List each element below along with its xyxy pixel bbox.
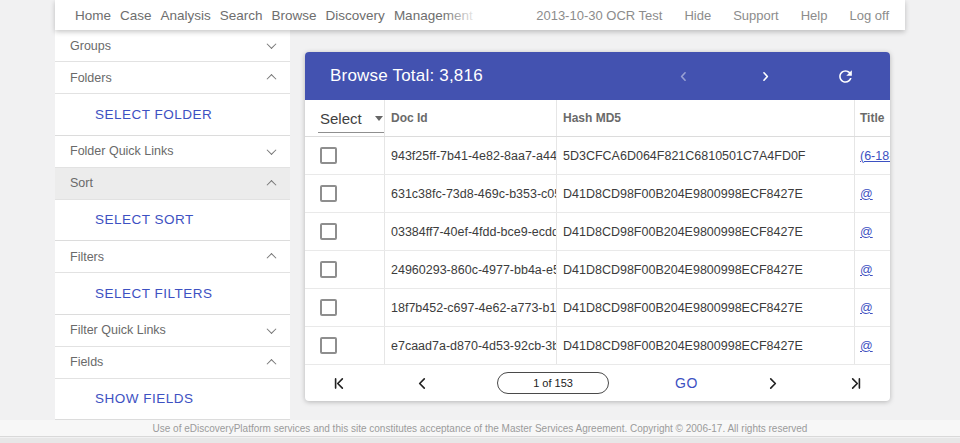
doc-id-column-header: Doc Id	[385, 100, 557, 136]
row-checkbox[interactable]	[320, 185, 337, 202]
row-checkbox[interactable]	[320, 299, 337, 316]
doc-id-cell: 24960293-860c-4977-bb4a-e5ba5...	[385, 251, 557, 288]
chevron-up-icon	[267, 358, 277, 368]
sidebar-header-filter-quick-links[interactable]: Filter Quick Links	[55, 315, 290, 347]
title-link[interactable]: @	[860, 263, 873, 277]
checkbox-cell	[305, 175, 385, 212]
help-link[interactable]: Help	[801, 8, 828, 23]
browse-results-card: Browse Total: 3,816 Select Doc Id Hash	[305, 52, 890, 401]
chevron-up-icon	[267, 179, 277, 189]
support-link[interactable]: Support	[733, 8, 779, 23]
table-row: 631c38fc-73d8-469c-b353-c058b6...D41D8CD…	[305, 175, 890, 213]
nav-item-home[interactable]: Home	[75, 0, 111, 30]
first-page-icon[interactable]	[331, 375, 348, 392]
nav-item-analysis[interactable]: Analysis	[161, 0, 211, 30]
nav-item-accou[interactable]: Accou	[482, 0, 485, 30]
table-row: 18f7b452-c697-4e62-a773-b1b38c...D41D8CD…	[305, 289, 890, 327]
previous-page-icon[interactable]	[414, 375, 431, 392]
nav-item-search[interactable]: Search	[220, 0, 263, 30]
table-row: 943f25ff-7b41-4e82-8aa7-a446c85...5D3CFC…	[305, 137, 890, 175]
sidebar-header-fields[interactable]: Fields	[55, 347, 290, 379]
sidebar-header-groups[interactable]: Groups	[55, 30, 290, 62]
go-button[interactable]: GO	[675, 375, 698, 391]
sidebar-header-folders[interactable]: Folders	[55, 62, 290, 94]
select-filters-button[interactable]: SELECT FILTERS	[95, 286, 213, 301]
sidebar-section-fields: FieldsSHOW FIELDS	[55, 347, 290, 421]
chevron-down-icon	[267, 145, 277, 155]
browse-total-title: Browse Total: 3,816	[330, 66, 483, 86]
select-underline	[318, 132, 385, 133]
logoff-link[interactable]: Log off	[849, 8, 889, 23]
doc-id-cell: 03384ff7-40ef-4fdd-bce9-ecdd38db...	[385, 213, 557, 250]
title-cell: @	[855, 175, 890, 212]
row-checkbox[interactable]	[320, 147, 337, 164]
hash-md5-value: D41D8CD98F00B204E9800998ECF8427E	[563, 263, 803, 277]
last-page-icon[interactable]	[847, 375, 864, 392]
sidebar-section-filter-quick-links: Filter Quick Links	[55, 315, 290, 347]
sidebar-section-content: SHOW FIELDS	[55, 379, 290, 421]
title-link[interactable]: @	[860, 339, 873, 353]
table-row: e7caad7a-d870-4d53-92cb-3b2ad...D41D8CD9…	[305, 327, 890, 365]
select-sort-button[interactable]: SELECT SORT	[95, 212, 194, 227]
nav-item-browse[interactable]: Browse	[272, 0, 317, 30]
select-folder-button[interactable]: SELECT FOLDER	[95, 107, 212, 122]
chevron-down-icon	[267, 39, 277, 49]
refresh-icon[interactable]	[828, 59, 862, 93]
hash-md5-value: D41D8CD98F00B204E9800998ECF8427E	[563, 301, 803, 315]
title-cell: @	[855, 213, 890, 250]
top-nav: HomeCaseAnalysisSearchBrowseDiscoveryMan…	[55, 0, 485, 30]
pagination-bar: GO	[305, 365, 890, 401]
nav-item-case[interactable]: Case	[120, 0, 152, 30]
sidebar-header-filters[interactable]: Filters	[55, 241, 290, 273]
hash-md5-value: D41D8CD98F00B204E9800998ECF8427E	[563, 339, 803, 353]
chevron-left-icon[interactable]	[666, 59, 700, 93]
select-label: Select	[320, 110, 362, 127]
top-bar-right: 2013-10-30 OCR Test Hide Support Help Lo…	[536, 8, 905, 23]
bottom-strip	[0, 438, 960, 443]
doc-id-cell: 18f7b452-c697-4e62-a773-b1b38c...	[385, 289, 557, 326]
sidebar-section-folder-quick-links: Folder Quick Links	[55, 136, 290, 168]
title-column-header: Title	[855, 100, 890, 136]
sidebar-section-content: SELECT FILTERS	[55, 273, 290, 315]
doc-id-value: 03384ff7-40ef-4fdd-bce9-ecdd38db...	[391, 225, 557, 239]
table-body: 943f25ff-7b41-4e82-8aa7-a446c85...5D3CFC…	[305, 137, 890, 365]
sidebar-section-label: Filters	[70, 250, 104, 264]
browse-header-controls	[666, 59, 880, 93]
sidebar-section-label: Sort	[70, 176, 93, 190]
title-cell: @	[855, 251, 890, 288]
sidebar-header-sort[interactable]: Sort	[55, 168, 290, 200]
sidebar-section-label: Filter Quick Links	[70, 323, 166, 337]
nav-item-management[interactable]: Management	[394, 0, 473, 30]
select-dropdown[interactable]: Select	[320, 110, 383, 127]
title-link[interactable]: @	[860, 301, 873, 315]
hash-md5-cell: D41D8CD98F00B204E9800998ECF8427E	[557, 251, 855, 288]
footer-bar: Use of eDiscoveryPlatform services and t…	[0, 420, 960, 437]
footer-text: Use of eDiscoveryPlatform services and t…	[153, 423, 808, 434]
sidebar-header-folder-quick-links[interactable]: Folder Quick Links	[55, 136, 290, 168]
row-checkbox[interactable]	[320, 261, 337, 278]
row-checkbox[interactable]	[320, 337, 337, 354]
hide-link[interactable]: Hide	[684, 8, 711, 23]
hash-md5-cell: D41D8CD98F00B204E9800998ECF8427E	[557, 327, 855, 364]
title-link[interactable]: @	[860, 225, 873, 239]
show-fields-button[interactable]: SHOW FIELDS	[95, 391, 194, 406]
hash-md5-value: 5D3CFCA6D064F821C6810501C7A4FD0F	[563, 149, 806, 163]
hash-md5-column-header: Hash MD5	[557, 100, 855, 136]
chevron-right-icon[interactable]	[748, 59, 782, 93]
doc-id-value: 18f7b452-c697-4e62-a773-b1b38c...	[391, 301, 557, 315]
title-link[interactable]: @	[860, 187, 873, 201]
row-checkbox[interactable]	[320, 223, 337, 240]
doc-id-value: 943f25ff-7b41-4e82-8aa7-a446c85...	[391, 149, 557, 163]
hash-md5-cell: D41D8CD98F00B204E9800998ECF8427E	[557, 213, 855, 250]
title-link[interactable]: (6-18-	[860, 149, 890, 163]
nav-item-discovery[interactable]: Discovery	[326, 0, 385, 30]
sidebar-section-label: Fields	[70, 355, 103, 369]
page-number-input[interactable]	[497, 372, 609, 394]
next-page-icon[interactable]	[764, 375, 781, 392]
case-name-dropdown[interactable]: 2013-10-30 OCR Test	[536, 8, 662, 23]
sidebar-section-content: SELECT FOLDER	[55, 94, 290, 136]
doc-id-cell: e7caad7a-d870-4d53-92cb-3b2ad...	[385, 327, 557, 364]
sidebar-section-sort: SortSELECT SORT	[55, 168, 290, 242]
hash-md5-cell: 5D3CFCA6D064F821C6810501C7A4FD0F	[557, 137, 855, 174]
checkbox-cell	[305, 327, 385, 364]
